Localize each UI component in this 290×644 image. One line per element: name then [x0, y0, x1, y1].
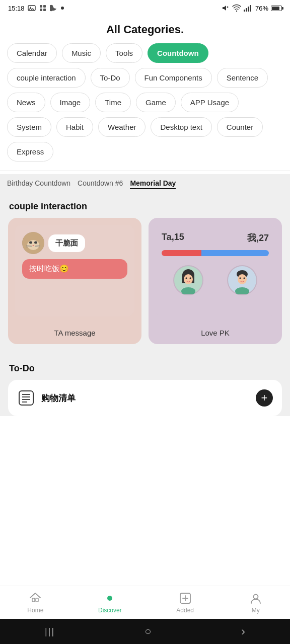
sub-tab-birthday[interactable]: Birthday Countdown [7, 179, 70, 189]
nav-item-added[interactable]: Added [176, 591, 194, 614]
status-bar: 15:18 76% [0, 0, 290, 14]
svg-rect-42 [32, 598, 35, 602]
home-button[interactable]: ○ [144, 625, 151, 638]
nav-item-discover[interactable]: Discover [98, 591, 122, 614]
svg-rect-12 [250, 5, 251, 12]
discover-label: Discover [98, 607, 122, 614]
wifi-icon [232, 4, 241, 12]
svg-point-17 [33, 245, 34, 246]
nav-item-my[interactable]: My [249, 591, 263, 614]
male-avatar [227, 265, 257, 295]
love-bar [162, 250, 269, 256]
home-label: Home [27, 607, 43, 614]
ta-reply-bubble: 按时吃饭😊 [22, 259, 127, 279]
love-pk-label: Love PK [149, 324, 282, 344]
battery-icon [271, 6, 282, 11]
couple-section-heading: couple interaction [0, 192, 290, 218]
app-icon [39, 4, 47, 12]
home-icon [28, 591, 42, 605]
svg-rect-5 [43, 9, 46, 11]
chip-express[interactable]: Express [7, 142, 53, 162]
gray-section: Birthday CountdownCountdown #6Memorial D… [0, 174, 290, 416]
status-left: 15:18 [8, 4, 64, 12]
svg-rect-10 [246, 8, 247, 12]
category-chips: CalendarMusicToolsCountdowncouple intera… [0, 43, 290, 168]
nav-item-home[interactable]: Home [27, 591, 43, 614]
svg-point-1 [30, 7, 31, 8]
todo-left: 购物清单 [17, 389, 76, 407]
svg-rect-11 [248, 7, 249, 12]
ta-message-label: TA message [8, 324, 141, 344]
svg-point-35 [243, 277, 245, 279]
svg-point-29 [190, 277, 191, 279]
love-avatars [162, 265, 269, 295]
chip-news[interactable]: News [7, 93, 45, 112]
todo-add-button[interactable]: + [256, 389, 273, 407]
added-icon [178, 591, 192, 605]
svg-rect-37 [19, 391, 33, 405]
chip-system[interactable]: System [7, 117, 51, 137]
svg-point-15 [29, 242, 32, 244]
moon-icon [50, 4, 58, 12]
todo-card[interactable]: 购物清单 + [8, 380, 282, 416]
widget-row: 干脆面 按时吃饭😊 TA message Ta,15 我,27 [0, 218, 290, 352]
chip-music[interactable]: Music [62, 43, 101, 63]
added-label: Added [176, 607, 194, 614]
svg-point-28 [186, 277, 187, 279]
battery-percent: 76% [255, 5, 268, 12]
chip-countdown[interactable]: Countdown [148, 43, 208, 63]
sub-tabs: Birthday CountdownCountdown #6Memorial D… [0, 174, 290, 192]
signal-icon [244, 5, 253, 12]
sub-tab-countdown6[interactable]: Countdown #6 [78, 179, 123, 189]
love-scores: Ta,15 我,27 [162, 232, 269, 244]
todo-section: To-Do 购物清单 + [0, 352, 290, 416]
svg-point-33 [238, 274, 247, 284]
chip-tools[interactable]: Tools [106, 43, 142, 63]
svg-point-47 [253, 595, 258, 599]
chip-fun[interactable]: Fun Components [135, 68, 212, 88]
svg-point-34 [239, 277, 241, 279]
chip-desktoptext[interactable]: Desktop text [151, 117, 211, 137]
chip-counter[interactable]: Counter [217, 117, 263, 137]
discover-icon [103, 591, 117, 605]
chip-weather[interactable]: Weather [98, 117, 146, 137]
divider [0, 171, 290, 171]
sub-tab-memorial[interactable]: Memorial Day [130, 179, 176, 189]
mute-icon [222, 4, 230, 12]
chip-calendar[interactable]: Calendar [7, 43, 57, 63]
svg-rect-43 [36, 598, 38, 602]
list-icon [17, 389, 35, 407]
chip-sentence[interactable]: Sentence [217, 68, 268, 88]
chip-game[interactable]: Game [136, 93, 176, 112]
svg-rect-2 [40, 5, 42, 8]
page-title: All Categories. [0, 14, 290, 43]
cat-avatar [22, 232, 44, 254]
my-label: My [252, 607, 260, 614]
my-icon [249, 591, 263, 605]
chip-image[interactable]: Image [50, 93, 91, 112]
svg-point-16 [34, 242, 37, 244]
chip-todo[interactable]: To-Do [91, 68, 130, 88]
recents-button[interactable]: ||| [45, 626, 55, 637]
female-avatar [173, 265, 203, 295]
svg-point-27 [184, 274, 193, 284]
todo-heading: To-Do [0, 354, 290, 380]
android-nav: ||| ○ ‹ [0, 619, 290, 644]
love-pk-card[interactable]: Ta,15 我,27 [149, 218, 282, 344]
chip-couple[interactable]: couple interaction [7, 68, 86, 88]
back-button[interactable]: ‹ [241, 624, 245, 638]
chip-habit[interactable]: Habit [56, 117, 93, 137]
photo-icon [28, 4, 36, 12]
chip-time[interactable]: Time [95, 93, 131, 112]
svg-rect-4 [40, 9, 42, 11]
svg-rect-3 [43, 5, 46, 8]
time: 15:18 [8, 5, 25, 12]
bottom-nav: Home Discover Added My [0, 586, 290, 619]
ta-message-card[interactable]: 干脆面 按时吃饭😊 TA message [8, 218, 141, 344]
dot-indicator [61, 7, 64, 10]
ta-text-bubble: 干脆面 [48, 234, 85, 252]
svg-rect-9 [244, 10, 245, 12]
todo-title: 购物清单 [41, 392, 76, 404]
chip-appusage[interactable]: APP Usage [181, 93, 239, 112]
status-right: 76% [222, 4, 282, 12]
